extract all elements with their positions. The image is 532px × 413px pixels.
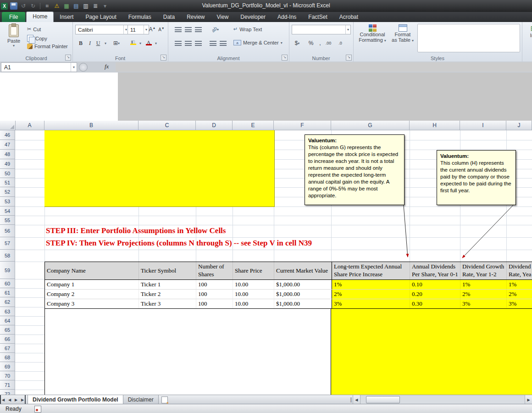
- insert-function-button[interactable]: fx: [105, 63, 109, 70]
- paste-button[interactable]: Paste ▾: [3, 24, 25, 53]
- column-header-E[interactable]: E: [233, 121, 274, 130]
- row-header-49[interactable]: 49: [0, 159, 15, 169]
- ribbon-tab-view[interactable]: View: [211, 12, 235, 22]
- ribbon-tab-developer[interactable]: Developer: [234, 12, 272, 22]
- table-cell[interactable]: 1%: [332, 280, 410, 289]
- table-cell[interactable]: 10.00: [233, 290, 274, 299]
- row-header-64[interactable]: 64: [0, 316, 15, 325]
- table-header-cell[interactable]: Long-term Expected Annual Share Price In…: [332, 262, 410, 279]
- table-cell[interactable]: 0.30: [410, 299, 460, 308]
- table-cell[interactable]: 1%: [507, 280, 532, 289]
- row-header-60[interactable]: 60: [0, 279, 15, 288]
- ribbon-tab-review[interactable]: Review: [181, 12, 211, 22]
- ribbon-tab-acrobat[interactable]: Acrobat: [333, 12, 364, 22]
- table-header-cell[interactable]: Share Price: [233, 262, 274, 279]
- cell-styles-gallery[interactable]: [417, 24, 520, 52]
- table-header-cell[interactable]: Ticker Symbol: [139, 262, 196, 279]
- column-header-B[interactable]: B: [44, 121, 139, 130]
- scroll-right-button[interactable]: ▶: [525, 395, 532, 404]
- insert-cells-button[interactable]: ⊞ Ins: [524, 24, 532, 53]
- bold-button[interactable]: B: [76, 39, 85, 48]
- table-cell[interactable]: 2%: [460, 290, 507, 299]
- previous-sheet-button[interactable]: ◀: [6, 395, 13, 404]
- ribbon-tab-insert[interactable]: Insert: [54, 12, 79, 22]
- table-cell[interactable]: $1,000.00: [274, 299, 332, 308]
- clipboard-dialog-launcher[interactable]: ↘: [65, 55, 71, 61]
- next-sheet-button[interactable]: ▶: [13, 395, 19, 404]
- ribbon-tab-factset[interactable]: FactSet: [302, 12, 333, 22]
- table-cell[interactable]: 1%: [460, 280, 507, 289]
- insert-worksheet-tab[interactable]: [159, 395, 171, 404]
- table-header-cell[interactable]: Current Market Value: [274, 262, 332, 279]
- align-middle-button[interactable]: [183, 25, 193, 34]
- borders-button[interactable]: ⊞▾: [112, 39, 121, 48]
- formula-input[interactable]: [116, 62, 532, 72]
- align-bottom-button[interactable]: [194, 25, 203, 34]
- table-header-cell[interactable]: Company Name: [45, 262, 139, 279]
- table-cell[interactable]: 2%: [507, 290, 532, 299]
- table-cell[interactable]: 100: [196, 299, 233, 308]
- table-cell[interactable]: $1,000.00: [274, 280, 332, 289]
- font-dialog-launcher[interactable]: ↘: [161, 55, 166, 61]
- scrollbar-thumb[interactable]: [366, 396, 400, 403]
- row-header-48[interactable]: 48: [0, 150, 15, 159]
- table-cell[interactable]: 10.00: [233, 280, 274, 289]
- table-cell[interactable]: Ticker 1: [139, 280, 196, 289]
- cut-button[interactable]: ✂ Cut: [25, 25, 43, 33]
- last-sheet-button[interactable]: ▶: [19, 395, 26, 404]
- paste-dropdown-icon[interactable]: ▾: [13, 44, 15, 48]
- ribbon-tab-add-ins[interactable]: Add-Ins: [272, 12, 302, 22]
- align-left-button[interactable]: [173, 39, 183, 48]
- conditional-formatting-button[interactable]: Conditional Formatting ▾: [357, 24, 388, 53]
- row-header-70[interactable]: 70: [0, 371, 15, 380]
- row-header-67[interactable]: 67: [0, 344, 15, 353]
- sheet-tab-dividend-growth[interactable]: Dividend Growth Portfolio Model: [28, 395, 123, 404]
- ribbon-tab-page-layout[interactable]: Page Layout: [79, 12, 122, 22]
- increase-indent-button[interactable]: [218, 39, 227, 48]
- sheet-tab-disclaimer[interactable]: Disclaimer: [123, 395, 159, 404]
- number-dialog-launcher[interactable]: ↘: [346, 55, 352, 61]
- column-header-A[interactable]: A: [15, 121, 44, 130]
- table-cell[interactable]: 100: [196, 280, 233, 289]
- table-cell[interactable]: 3%: [507, 299, 532, 308]
- orientation-button[interactable]: ab▾: [208, 25, 222, 34]
- wrap-text-button[interactable]: ↵ Wrap Text: [231, 25, 264, 33]
- table-cell[interactable]: 0.20: [410, 290, 460, 299]
- table-cell[interactable]: Ticker 2: [139, 290, 196, 299]
- row-header-72[interactable]: 72: [0, 390, 15, 395]
- grow-font-button[interactable]: A▲: [148, 25, 157, 34]
- column-header-H[interactable]: H: [410, 121, 460, 130]
- italic-button[interactable]: I: [85, 39, 94, 48]
- row-header-47[interactable]: 47: [0, 140, 15, 150]
- font-color-dropdown-icon[interactable]: ▾: [151, 39, 161, 48]
- column-header-G[interactable]: G: [331, 121, 410, 130]
- align-top-button[interactable]: [173, 25, 183, 34]
- copy-button[interactable]: Copy: [25, 34, 50, 43]
- column-header-C[interactable]: C: [139, 121, 196, 130]
- shrink-font-button[interactable]: A▼: [157, 25, 166, 34]
- row-header-46[interactable]: 46: [0, 130, 15, 140]
- table-cell[interactable]: Company 3: [45, 299, 139, 308]
- fill-color-dropdown-icon[interactable]: ▾: [136, 39, 145, 48]
- yellow-input-block[interactable]: [44, 130, 275, 207]
- table-header-cell[interactable]: Number of Shares: [196, 262, 233, 279]
- ribbon-tab-home[interactable]: Home: [26, 11, 54, 22]
- table-cell[interactable]: Company 1: [45, 280, 139, 289]
- increase-decimal-button[interactable]: .00: [324, 39, 333, 48]
- assumptions-yellow-region[interactable]: [331, 307, 532, 395]
- row-header-63[interactable]: 63: [0, 307, 15, 316]
- step3-text[interactable]: STEP III: Enter Portfolio Assumptions in…: [46, 226, 226, 235]
- row-header-59[interactable]: 59: [0, 262, 15, 279]
- align-center-button[interactable]: [183, 39, 193, 48]
- row-header-50[interactable]: 50: [0, 169, 15, 178]
- row-header-57[interactable]: 57: [0, 237, 15, 250]
- font-size-select[interactable]: 11▾: [127, 25, 149, 34]
- format-as-table-button[interactable]: Format as Table ▾: [389, 24, 416, 53]
- format-painter-button[interactable]: Format Painter: [25, 43, 70, 50]
- row-header-71[interactable]: 71: [0, 380, 15, 390]
- row-header-68[interactable]: 68: [0, 353, 15, 362]
- align-right-button[interactable]: [194, 39, 203, 48]
- ribbon-tab-file[interactable]: File: [2, 12, 25, 22]
- macro-record-icon[interactable]: [34, 406, 41, 413]
- percent-style-button[interactable]: %: [306, 39, 316, 48]
